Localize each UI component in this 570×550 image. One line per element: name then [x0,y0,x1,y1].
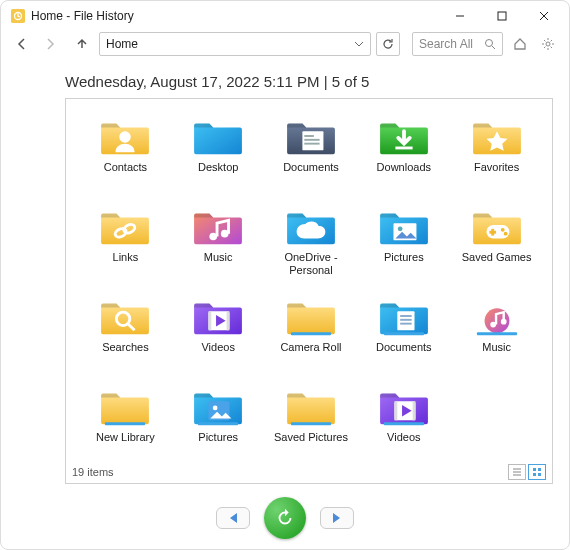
folder-item[interactable]: Links [80,203,171,287]
folder-item[interactable]: Music [451,293,542,377]
item-label: Camera Roll [280,341,341,354]
close-button[interactable] [523,2,565,30]
item-label: OneDrive - Personal [270,251,352,277]
documents-icon [376,293,432,339]
pictures-icon [190,383,246,429]
item-label: Desktop [198,161,238,174]
music-icon [190,203,246,249]
home-icon-button[interactable] [509,33,531,55]
item-label: Contacts [104,161,147,174]
up-button[interactable] [71,33,93,55]
svg-rect-35 [384,332,424,335]
next-version-button[interactable] [320,507,354,529]
folder-item[interactable]: Searches [80,293,171,377]
item-label: Saved Games [462,251,532,264]
folder-item[interactable]: Documents [266,113,357,197]
restore-button[interactable] [264,497,306,539]
folder-item[interactable]: Videos [173,293,264,377]
svg-rect-31 [397,311,414,330]
folder-item[interactable]: Camera Roll [266,293,357,377]
games-icon [469,203,525,249]
search-icon [97,293,153,339]
item-label: Links [113,251,139,264]
videos-icon [190,293,246,339]
svg-rect-55 [538,473,541,476]
folder-item[interactable]: Saved Games [451,203,542,287]
folder-item[interactable]: Downloads [358,113,449,197]
item-count: 19 items [72,466,114,478]
icons-view-button[interactable] [528,464,546,480]
item-label: New Library [96,431,155,444]
lib-plain-icon [283,383,339,429]
svg-rect-13 [395,147,412,150]
title-bar: Home - File History [1,1,569,31]
back-button[interactable] [11,33,33,55]
item-label: Videos [387,431,420,444]
svg-rect-11 [304,139,319,141]
item-label: Favorites [474,161,519,174]
folder-item[interactable]: Pictures [173,383,264,459]
forward-button[interactable] [39,33,61,55]
settings-gear-button[interactable] [537,33,559,55]
address-text: Home [106,37,138,51]
svg-point-24 [503,232,507,236]
details-view-button[interactable] [508,464,526,480]
previous-version-button[interactable] [216,507,250,529]
favorites-icon [469,113,525,159]
item-label: Pictures [198,431,238,444]
svg-rect-29 [227,311,230,330]
svg-rect-32 [400,315,411,317]
lib-plain-icon [97,383,153,429]
history-controls [1,497,569,539]
item-label: Saved Pictures [274,431,348,444]
refresh-button[interactable] [376,32,400,56]
folder-item[interactable]: Videos [358,383,449,459]
documents-icon [283,113,339,159]
folder-item[interactable]: Saved Pictures [266,383,357,459]
item-label: Downloads [377,161,431,174]
folder-item[interactable]: Desktop [173,113,264,197]
app-icon [11,9,25,23]
svg-point-23 [500,228,504,232]
svg-rect-48 [384,422,424,425]
search-input[interactable]: Search All [412,32,503,56]
svg-rect-54 [533,473,536,476]
svg-rect-47 [412,401,415,420]
folder-item[interactable]: Favorites [451,113,542,197]
pictures-icon [376,203,432,249]
onedrive-icon [283,203,339,249]
folder-item[interactable]: New Library [80,383,171,459]
videos-icon [376,383,432,429]
svg-rect-30 [291,332,331,335]
svg-line-6 [492,46,495,49]
folder-item[interactable]: OneDrive - Personal [266,203,357,287]
item-label: Pictures [384,251,424,264]
window-title-text: Home - File History [31,9,134,23]
svg-rect-12 [304,143,319,145]
folder-item[interactable]: Pictures [358,203,449,287]
folder-item[interactable]: Contacts [80,113,171,197]
items-grid: ContactsDesktopDocumentsDownloadsFavorit… [66,99,552,459]
folder-item[interactable]: Music [173,203,264,287]
chevron-down-icon[interactable] [354,39,364,49]
svg-rect-52 [533,468,536,471]
svg-point-8 [120,131,131,142]
content-panel: ContactsDesktopDocumentsDownloadsFavorit… [65,98,553,484]
item-label: Documents [283,161,339,174]
status-bar: 19 items [66,461,552,483]
minimize-button[interactable] [439,2,481,30]
svg-rect-53 [538,468,541,471]
search-placeholder: Search All [419,37,484,51]
snapshot-timestamp: Wednesday, August 17, 2022 5:11 PM | 5 o… [1,63,569,94]
svg-point-19 [398,226,403,231]
svg-rect-33 [400,319,411,321]
contacts-icon [97,113,153,159]
item-label: Videos [201,341,234,354]
svg-rect-10 [304,135,314,137]
folder-item[interactable]: Documents [358,293,449,377]
svg-point-7 [546,42,550,46]
svg-rect-39 [477,332,517,335]
maximize-button[interactable] [481,2,523,30]
address-bar[interactable]: Home [99,32,371,56]
toolbar: Home Search All [1,31,569,63]
